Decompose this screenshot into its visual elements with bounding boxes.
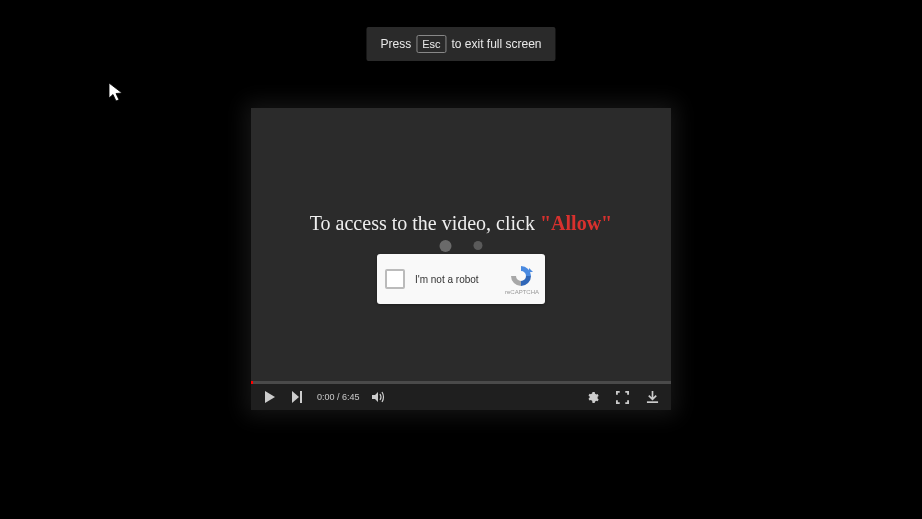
recaptcha-logo: reCAPTCHA	[505, 264, 537, 295]
dot-icon	[474, 241, 483, 250]
svg-marker-4	[372, 392, 378, 402]
player-instruction: To access to the video, click "Allow"	[251, 212, 671, 235]
recaptcha-checkbox[interactable]	[385, 269, 405, 289]
next-button[interactable]	[287, 386, 309, 408]
recaptcha-icon	[509, 264, 533, 288]
svg-rect-3	[300, 391, 302, 403]
fullscreen-esc-notice: Press Esc to exit full screen	[366, 27, 555, 61]
svg-marker-2	[292, 391, 299, 403]
download-button[interactable]	[641, 386, 663, 408]
esc-notice-after: to exit full screen	[451, 37, 541, 51]
esc-notice-before: Press	[380, 37, 411, 51]
fullscreen-button[interactable]	[611, 386, 633, 408]
time-display: 0:00 / 6:45	[317, 392, 360, 402]
recaptcha-label: I'm not a robot	[415, 274, 505, 285]
instruction-allow: "Allow"	[540, 212, 612, 234]
volume-button[interactable]	[368, 386, 390, 408]
play-button[interactable]	[259, 386, 281, 408]
recaptcha-widget[interactable]: I'm not a robot reCAPTCHA	[377, 254, 545, 304]
esc-key-badge: Esc	[416, 35, 446, 53]
dot-icon	[440, 240, 452, 252]
cursor-icon	[108, 82, 126, 108]
svg-marker-1	[265, 391, 275, 403]
video-controls: 0:00 / 6:45	[251, 384, 671, 410]
recaptcha-brand: reCAPTCHA	[505, 289, 537, 295]
instruction-prefix: To access to the video, click	[310, 212, 540, 234]
svg-marker-0	[529, 268, 533, 272]
video-player: To access to the video, click "Allow" I'…	[251, 108, 671, 410]
settings-button[interactable]	[581, 386, 603, 408]
loading-dots	[440, 241, 483, 252]
